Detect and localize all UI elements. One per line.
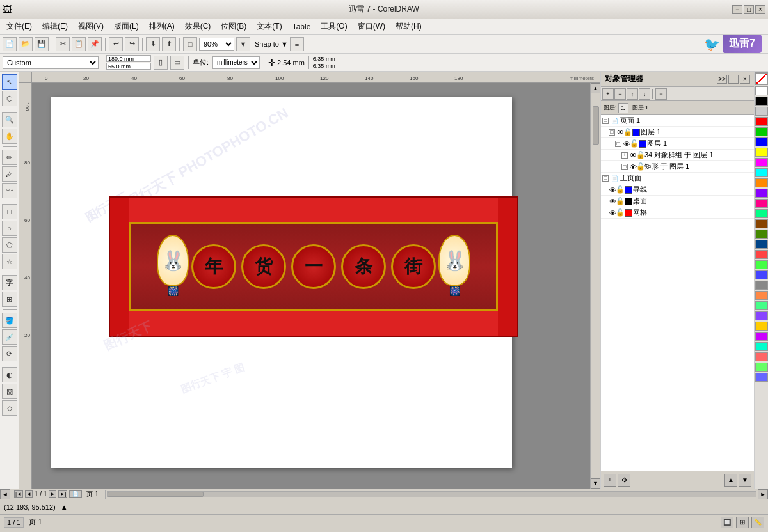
menu-view[interactable]: 视图(V) bbox=[74, 20, 108, 33]
tree-group34[interactable]: + 👁 🔓 34 对象群组 于 图层 1 bbox=[601, 150, 754, 161]
navy-swatch[interactable] bbox=[755, 240, 768, 249]
expand-rect[interactable]: □ bbox=[621, 164, 628, 170]
undo-button[interactable]: ↩ bbox=[109, 37, 123, 51]
zoom-arrow[interactable]: ▼ bbox=[236, 37, 250, 51]
lock-layer1[interactable]: 🔓 bbox=[624, 129, 632, 136]
menu-window[interactable]: 窗口(W) bbox=[354, 20, 389, 33]
menu-table[interactable]: Table bbox=[289, 21, 315, 33]
layers-icon[interactable]: 🗂 bbox=[618, 103, 628, 113]
tree-rect[interactable]: □ 👁 🔓 矩形 于 图层 1 bbox=[601, 161, 754, 173]
lock-grid[interactable]: 🔓 bbox=[616, 209, 624, 217]
lock-group34[interactable]: 🔓 bbox=[637, 152, 644, 159]
expand-masterpage[interactable]: □ bbox=[602, 175, 609, 182]
red-swatch[interactable] bbox=[755, 117, 768, 126]
orchid-swatch[interactable] bbox=[755, 332, 768, 341]
shadow-tool[interactable]: ▧ bbox=[2, 384, 17, 399]
black-swatch[interactable] bbox=[755, 97, 768, 106]
zoom-tool[interactable]: 🔍 bbox=[2, 112, 17, 127]
panel-close-button[interactable]: × bbox=[740, 75, 750, 84]
purple-swatch[interactable] bbox=[755, 189, 768, 198]
expand-layer1[interactable]: □ bbox=[609, 129, 615, 136]
maximize-button[interactable]: □ bbox=[744, 5, 754, 14]
scroll-v-thumb[interactable] bbox=[593, 106, 599, 145]
width-input[interactable] bbox=[106, 55, 151, 62]
pen-tool[interactable]: 🖊 bbox=[2, 166, 17, 182]
expand-group34[interactable]: + bbox=[621, 152, 628, 159]
prev-page-btn[interactable]: ◄ bbox=[25, 490, 33, 498]
olive-swatch[interactable] bbox=[755, 230, 768, 239]
h-scroll-thumb[interactable] bbox=[108, 492, 204, 497]
save-button[interactable]: 💾 bbox=[35, 37, 49, 51]
close-button[interactable]: × bbox=[755, 5, 765, 14]
freehand-tool[interactable]: ✏ bbox=[2, 150, 17, 165]
gold-swatch[interactable] bbox=[755, 322, 768, 331]
page-canvas[interactable]: 图行天下 PHOTOPHOTO.CN 图行天下 🐰 🎆 bbox=[51, 97, 512, 468]
magenta-swatch[interactable] bbox=[755, 158, 768, 167]
menu-file[interactable]: 文件(E) bbox=[3, 20, 36, 33]
menu-tools[interactable]: 工具(O) bbox=[317, 20, 351, 33]
menu-layout[interactable]: 版面(L) bbox=[110, 20, 143, 33]
height-input[interactable] bbox=[106, 63, 151, 70]
panel-minimize-button[interactable]: _ bbox=[728, 75, 739, 84]
ruler-toggle[interactable]: 📏 bbox=[751, 517, 764, 528]
lock-layer1-inner[interactable]: 🔓 bbox=[630, 140, 638, 148]
open-button[interactable]: 📂 bbox=[19, 37, 33, 51]
menu-edit[interactable]: 编辑(E) bbox=[38, 20, 72, 33]
table-tool[interactable]: ⊞ bbox=[2, 292, 17, 307]
lock-guide[interactable]: 🔓 bbox=[616, 186, 624, 194]
mint-swatch[interactable] bbox=[755, 301, 768, 310]
menu-arrange[interactable]: 排列(A) bbox=[145, 20, 179, 33]
fill-tool[interactable]: 🪣 bbox=[2, 313, 17, 328]
layer-up-button[interactable]: ↑ bbox=[627, 88, 638, 100]
salmon-swatch[interactable] bbox=[755, 352, 768, 361]
page-preset-select[interactable]: Custom bbox=[3, 56, 99, 69]
export-button[interactable]: ⬆ bbox=[162, 37, 176, 51]
tree-layer1[interactable]: □ 👁 🔓 图层 1 bbox=[601, 127, 754, 138]
tree-desktop[interactable]: 👁 🔓 桌面 bbox=[601, 196, 754, 207]
scroll-up-button[interactable]: ▲ bbox=[591, 83, 601, 93]
hand-tool[interactable]: ✋ bbox=[2, 129, 17, 144]
menu-text[interactable]: 文本(T) bbox=[253, 20, 285, 33]
calligraph-tool[interactable]: 〰 bbox=[2, 183, 17, 198]
canvas-area[interactable]: 0 20 40 60 80 100 120 140 160 180 millim… bbox=[19, 72, 600, 489]
lock-desktop[interactable]: 🔓 bbox=[616, 198, 624, 205]
scroll-v-track[interactable] bbox=[593, 93, 599, 478]
layer-new-button[interactable]: + bbox=[602, 88, 614, 100]
panel-float-button[interactable]: >> bbox=[717, 75, 727, 84]
h-scroll-track[interactable] bbox=[107, 491, 756, 497]
paste-button[interactable]: 📌 bbox=[88, 37, 102, 51]
violet-swatch[interactable] bbox=[755, 311, 768, 320]
new-button[interactable]: 📄 bbox=[3, 37, 17, 51]
snap-options[interactable]: ≡ bbox=[290, 37, 304, 51]
menu-help[interactable]: 帮助(H) bbox=[392, 20, 426, 33]
tree-grid[interactable]: 👁 🔓 网格 bbox=[601, 207, 754, 219]
first-page-btn[interactable]: |◄ bbox=[14, 490, 23, 498]
copy-button[interactable]: 📋 bbox=[72, 37, 86, 51]
shape-tool[interactable]: ⬡ bbox=[2, 91, 17, 106]
text-tool[interactable]: 字 bbox=[2, 275, 17, 290]
manager-down-btn[interactable]: ▼ bbox=[739, 474, 751, 487]
ellipse-tool[interactable]: ○ bbox=[2, 221, 17, 236]
midgray-swatch[interactable] bbox=[755, 281, 768, 290]
portrait-button[interactable]: ▯ bbox=[154, 56, 168, 70]
lightgreen-swatch[interactable] bbox=[755, 260, 768, 269]
no-fill-swatch[interactable] bbox=[755, 72, 768, 85]
tree-guide[interactable]: 👁 🔓 寻线 bbox=[601, 184, 754, 196]
lime-swatch[interactable] bbox=[755, 209, 768, 218]
scroll-left-button[interactable]: ◄ bbox=[0, 489, 10, 499]
gray-swatch[interactable] bbox=[755, 107, 768, 116]
last-page-btn[interactable]: ►| bbox=[58, 490, 67, 498]
lightlime-swatch[interactable] bbox=[755, 363, 768, 372]
manager-settings-btn[interactable]: ⚙ bbox=[618, 474, 630, 487]
aqua-swatch[interactable] bbox=[755, 342, 768, 351]
star-tool[interactable]: ☆ bbox=[2, 254, 17, 269]
rect-tool[interactable]: □ bbox=[2, 204, 17, 219]
redo-button[interactable]: ↪ bbox=[125, 37, 139, 51]
zoom-dropdown[interactable]: 90% 100% 75% bbox=[199, 38, 234, 51]
design-content[interactable]: 🐰 🎆 年 货 一 条 街 🐰 bbox=[109, 196, 518, 337]
select-tool[interactable]: ↖ bbox=[2, 74, 17, 90]
grid-toggle[interactable]: ⊞ bbox=[736, 517, 749, 528]
scroll-down-button[interactable]: ▼ bbox=[591, 478, 601, 489]
blue-swatch[interactable] bbox=[755, 137, 768, 146]
snap-toggle[interactable]: 🔲 bbox=[721, 517, 733, 528]
